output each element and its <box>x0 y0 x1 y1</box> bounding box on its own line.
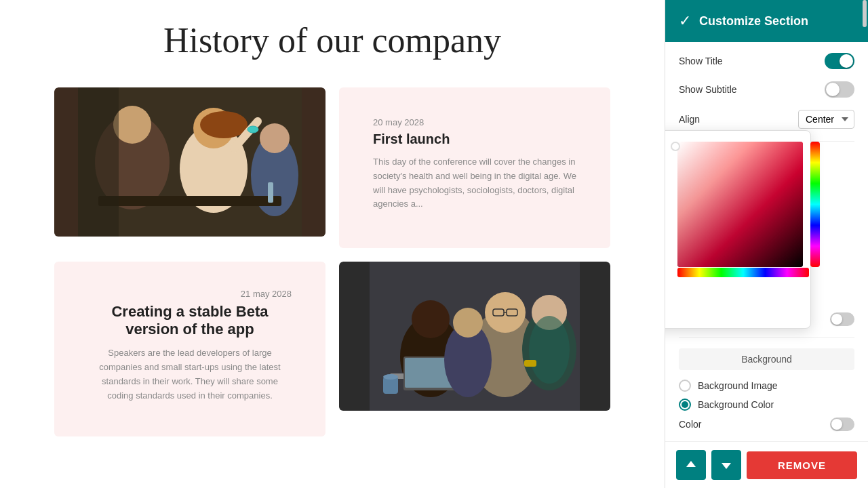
background-color-row: Background Color <box>679 399 854 411</box>
background-image-row: Background Image <box>679 380 854 392</box>
up-arrow-icon <box>685 459 697 471</box>
svg-rect-9 <box>98 196 281 206</box>
show-subtitle-row: Show Subtitle <box>679 81 854 98</box>
panel-header: ✓ Customize Section <box>665 0 868 42</box>
show-subtitle-label: Show Subtitle <box>679 84 737 95</box>
color-gradient-overlay <box>677 142 803 267</box>
hue-slider[interactable] <box>810 142 820 267</box>
color-toggle-knob-2 <box>831 419 842 430</box>
color-toggle-knob <box>831 314 842 325</box>
color-label: Color <box>679 419 701 430</box>
card-image-2 <box>339 262 610 411</box>
background-image-label: Background Image <box>698 380 778 391</box>
background-title: Background <box>679 348 854 370</box>
toggle-knob-subtitle <box>826 83 840 96</box>
card-date-2: 21 may 2028 <box>88 289 292 299</box>
card-body-1: This day of the conference will cover th… <box>373 155 576 211</box>
card-date-1: 20 may 2028 <box>373 117 576 127</box>
svg-point-16 <box>412 300 450 338</box>
svg-point-25 <box>453 308 483 338</box>
gradient-picker-area <box>671 142 820 277</box>
color-picker-popup: Less < <box>665 130 811 329</box>
show-subtitle-toggle[interactable] <box>825 81 854 98</box>
timeline-grid: 20 may 2028 First launch This day of the… <box>0 87 665 436</box>
align-label: Align <box>679 114 700 125</box>
timeline-card-4 <box>339 262 610 436</box>
hue-strip[interactable] <box>677 268 809 277</box>
color-toggle[interactable] <box>830 418 854 431</box>
card-title-1: First launch <box>373 131 576 147</box>
background-image-radio[interactable] <box>679 380 691 392</box>
svg-rect-10 <box>268 182 273 203</box>
card-title-2: Creating a stable Betaversion of the app <box>88 303 292 338</box>
show-title-toggle[interactable] <box>825 53 854 69</box>
panel-body: Show Title Show Subtitle Align Center Le… <box>665 42 868 441</box>
page-title: History of our company <box>0 0 665 87</box>
svg-point-8 <box>260 123 290 153</box>
show-title-label: Show Title <box>679 56 723 66</box>
timeline-card-3: 21 may 2028 Creating a stable Betaversio… <box>54 262 326 436</box>
card-body-2: Speakers are the lead developers of larg… <box>88 346 292 403</box>
svg-rect-32 <box>524 360 536 367</box>
background-color-radio[interactable] <box>679 399 691 411</box>
timeline-card-2: 20 may 2028 First launch This day of the… <box>339 87 610 248</box>
check-icon: ✓ <box>679 12 691 30</box>
svg-rect-12 <box>78 87 119 237</box>
card-image-1 <box>54 87 326 237</box>
move-down-button[interactable] <box>711 450 741 480</box>
svg-point-11 <box>248 126 258 133</box>
timeline-card-1 <box>54 87 326 248</box>
background-color-label: Background Color <box>698 399 774 410</box>
remove-button[interactable]: REMOVE <box>747 451 857 479</box>
show-title-row: Show Title <box>679 53 854 69</box>
toggle-knob <box>840 54 853 68</box>
right-panel: ✓ Customize Section Show Title Show Subt… <box>665 0 868 488</box>
color-row: Color <box>679 418 854 431</box>
scrollbar[interactable] <box>863 0 867 27</box>
picker-dot[interactable] <box>671 142 680 151</box>
svg-point-5 <box>200 111 248 138</box>
bottom-bar: REMOVE <box>665 441 868 488</box>
main-content: History of our company <box>0 0 665 488</box>
divider-2 <box>679 337 854 338</box>
align-select[interactable]: Center Left Right <box>798 110 854 129</box>
panel-title: Customize Section <box>699 14 808 28</box>
svg-point-2 <box>113 106 151 144</box>
align-row: Align Center Left Right <box>679 110 854 129</box>
svg-point-21 <box>383 374 398 380</box>
move-up-button[interactable] <box>676 450 706 480</box>
timelines-color-toggle[interactable] <box>830 312 854 326</box>
svg-point-28 <box>529 316 570 384</box>
down-arrow-icon <box>720 459 732 471</box>
